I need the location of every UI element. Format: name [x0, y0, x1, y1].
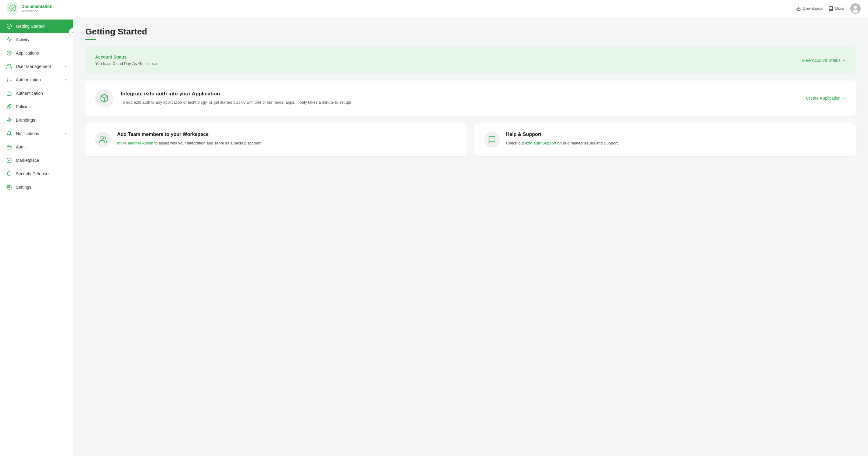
sidebar-item-label: Notifications: [16, 131, 39, 136]
sidebar-item-policies[interactable]: Policies: [0, 100, 73, 113]
svg-rect-19: [7, 145, 11, 149]
account-status-label: Account Status: [95, 55, 157, 59]
sidebar-item-marketplace[interactable]: Marketplace: [0, 154, 73, 167]
avatar[interactable]: [850, 3, 861, 14]
shopping-bag-icon: [6, 157, 12, 163]
support-card-body: Help & Support Check out ezto auth Suppo…: [506, 132, 619, 146]
sidebar-item-audit[interactable]: Audit: [0, 140, 73, 154]
cube-icon: [100, 94, 109, 103]
integrate-card-body: Integrate ezto auth into your Applicatio…: [121, 91, 789, 106]
downloads-label: Downloads: [803, 6, 822, 11]
lock-icon: [6, 90, 12, 96]
support-card-post-text: on bug related issues and Support.: [556, 141, 619, 145]
team-icon: [99, 136, 107, 143]
sidebar-item-activity[interactable]: Activity: [0, 33, 73, 46]
sidebar-item-label: Getting Started: [16, 24, 44, 29]
ezto-support-link[interactable]: ezto auth Support: [525, 141, 556, 145]
users-icon: [6, 63, 12, 69]
docs-button[interactable]: Docs: [828, 6, 844, 11]
sidebar-item-label: Brandings: [16, 118, 35, 123]
downloads-button[interactable]: Downloads: [796, 6, 822, 11]
sidebar-item-applications[interactable]: Applications: [0, 46, 73, 60]
page-title-underline: [85, 39, 96, 40]
team-card-desc-text: to assist with your integration and serv…: [153, 141, 262, 145]
chevron-down-icon: ▾: [65, 78, 67, 82]
page-title: Getting Started: [85, 27, 856, 37]
svg-point-7: [8, 64, 9, 66]
paperclip-icon: [6, 104, 12, 110]
sidebar-item-security-defenses[interactable]: Security Defenses: [0, 167, 73, 181]
docs-label: Docs: [835, 6, 844, 11]
svg-rect-17: [7, 93, 11, 95]
support-icon-wrap: [484, 132, 500, 148]
integrate-card-title: Integrate ezto auth into your Applicatio…: [121, 91, 789, 97]
brand-name: Documentation: [21, 4, 53, 9]
integrate-icon-wrap: [95, 89, 114, 107]
zap-icon: [6, 117, 12, 123]
sidebar-item-label: Authorization: [16, 77, 41, 82]
team-icon-wrap: [95, 132, 111, 148]
sidebar: ‹ Getting Started Activity: [0, 17, 73, 456]
chevron-down-icon: ▾: [65, 132, 67, 136]
sidebar-item-label: Marketplace: [16, 158, 39, 163]
sidebar-item-authentication[interactable]: Authentication: [0, 87, 73, 100]
integrate-card-description: To add ezto auth to any application or t…: [121, 99, 789, 106]
team-card-body: Add Team members to your Workspace Invit…: [117, 132, 262, 146]
header-right: Downloads Docs: [796, 3, 861, 14]
logo-icon[interactable]: [7, 2, 18, 14]
sidebar-item-getting-started[interactable]: Getting Started: [0, 20, 73, 33]
main-layout: ‹ Getting Started Activity: [0, 17, 868, 456]
download-icon: [796, 6, 801, 11]
sidebar-item-settings[interactable]: Settings: [0, 181, 73, 194]
team-card: Add Team members to your Workspace Invit…: [85, 123, 467, 156]
sidebar-nav: Getting Started Activity Applications: [0, 17, 73, 196]
sidebar-item-label: User Management: [16, 64, 51, 69]
view-account-status-link[interactable]: View Account Status →: [802, 58, 846, 63]
support-card: Help & Support Check out ezto auth Suppo…: [474, 123, 856, 156]
sidebar-item-label: Activity: [16, 37, 29, 42]
sidebar-item-label: Security Defenses: [16, 171, 51, 176]
support-card-description: Check out ezto auth Support on bug relat…: [506, 140, 619, 146]
svg-marker-18: [7, 118, 11, 123]
sidebar-item-notifications[interactable]: Notifications ▾: [0, 127, 73, 140]
account-status-description: You have Cloud Pay-As-Go license: [95, 61, 157, 66]
shield-icon: [6, 171, 12, 177]
sidebar-item-brandings[interactable]: Brandings: [0, 113, 73, 127]
team-card-title: Add Team members to your Workspace: [117, 132, 262, 137]
sidebar-item-user-management[interactable]: User Management ▾: [0, 60, 73, 73]
account-status-card: Account Status You have Cloud Pay-As-Go …: [85, 47, 856, 73]
svg-point-26: [101, 136, 103, 139]
invite-admin-link[interactable]: Invite another Admin: [117, 141, 153, 145]
support-icon: [488, 136, 496, 143]
sidebar-item-authorization[interactable]: Authorization ▾: [0, 73, 73, 87]
bell-icon: [6, 130, 12, 136]
integrate-card: Integrate ezto auth into your Applicatio…: [85, 80, 856, 116]
chevron-down-icon: ▾: [65, 65, 67, 69]
brand-sub: Workspace: [21, 9, 53, 13]
sliders-icon: [6, 77, 12, 83]
sidebar-item-label: Audit: [16, 144, 26, 149]
header: Documentation Workspace Downloads Docs: [0, 0, 868, 17]
check-circle-icon: [6, 23, 12, 29]
team-card-description: Invite another Admin to assist with your…: [117, 140, 262, 146]
page-title-container: Getting Started: [85, 27, 856, 40]
bottom-cards-row: Add Team members to your Workspace Invit…: [85, 123, 856, 156]
support-card-title: Help & Support: [506, 132, 619, 137]
svg-point-4: [853, 10, 858, 13]
account-status-info: Account Status You have Cloud Pay-As-Go …: [95, 55, 157, 66]
sidebar-item-label: Policies: [16, 104, 31, 109]
brand-info: Documentation Workspace: [21, 4, 53, 13]
sidebar-item-label: Authentication: [16, 91, 43, 96]
book-icon: [828, 6, 833, 11]
activity-icon: [6, 37, 12, 43]
support-card-pre-text: Check out: [506, 141, 525, 145]
svg-point-24: [8, 187, 10, 188]
calendar-icon: [6, 144, 12, 150]
header-left: Documentation Workspace: [7, 2, 53, 14]
settings-icon: [6, 184, 12, 190]
main-content: Getting Started Account Status You have …: [73, 17, 868, 456]
create-application-link[interactable]: Create Application →: [806, 96, 846, 101]
sidebar-item-label: Settings: [16, 185, 31, 190]
svg-point-3: [854, 6, 857, 9]
sidebar-item-label: Applications: [16, 51, 39, 56]
